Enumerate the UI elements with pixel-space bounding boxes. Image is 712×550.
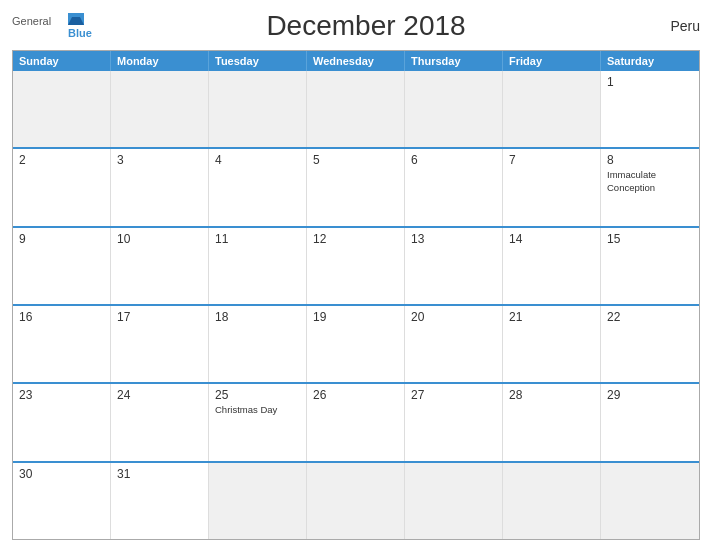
day-number: 3 — [117, 153, 202, 167]
event-label: Immaculate Conception — [607, 169, 693, 194]
calendar-cell: 29 — [601, 384, 699, 460]
weekday-header-tuesday: Tuesday — [209, 51, 307, 71]
day-number: 22 — [607, 310, 693, 324]
calendar-cell: 25Christmas Day — [209, 384, 307, 460]
day-number: 31 — [117, 467, 202, 481]
svg-text:General: General — [12, 15, 51, 27]
day-number: 9 — [19, 232, 104, 246]
calendar-cell — [503, 71, 601, 147]
calendar-cell — [503, 463, 601, 539]
calendar-cell — [405, 463, 503, 539]
calendar-cell: 1 — [601, 71, 699, 147]
weekday-header-saturday: Saturday — [601, 51, 699, 71]
calendar-cell: 28 — [503, 384, 601, 460]
calendar-cell: 23 — [13, 384, 111, 460]
day-number: 12 — [313, 232, 398, 246]
day-number: 19 — [313, 310, 398, 324]
day-number: 26 — [313, 388, 398, 402]
calendar-cell: 12 — [307, 228, 405, 304]
day-number: 5 — [313, 153, 398, 167]
calendar-cell — [307, 71, 405, 147]
day-number: 6 — [411, 153, 496, 167]
day-number: 2 — [19, 153, 104, 167]
calendar-cell: 3 — [111, 149, 209, 225]
day-number: 4 — [215, 153, 300, 167]
calendar-cell: 15 — [601, 228, 699, 304]
calendar-week-6: 3031 — [13, 461, 699, 539]
day-number: 15 — [607, 232, 693, 246]
day-number: 17 — [117, 310, 202, 324]
event-label: Christmas Day — [215, 404, 300, 416]
day-number: 10 — [117, 232, 202, 246]
country-label: Peru — [640, 18, 700, 34]
day-number: 8 — [607, 153, 693, 167]
calendar-cell — [209, 71, 307, 147]
day-number: 16 — [19, 310, 104, 324]
day-number: 11 — [215, 232, 300, 246]
month-title: December 2018 — [92, 10, 640, 42]
weekday-header-friday: Friday — [503, 51, 601, 71]
day-number: 27 — [411, 388, 496, 402]
weekday-header-monday: Monday — [111, 51, 209, 71]
calendar-cell: 31 — [111, 463, 209, 539]
calendar-page: General Blue December 2018 Peru SundayMo… — [0, 0, 712, 550]
calendar-cell: 26 — [307, 384, 405, 460]
day-number: 30 — [19, 467, 104, 481]
calendar-week-4: 16171819202122 — [13, 304, 699, 382]
calendar-cell: 6 — [405, 149, 503, 225]
calendar-cell: 8Immaculate Conception — [601, 149, 699, 225]
day-number: 14 — [509, 232, 594, 246]
calendar-cell: 2 — [13, 149, 111, 225]
calendar-cell: 7 — [503, 149, 601, 225]
calendar-cell: 27 — [405, 384, 503, 460]
day-number: 24 — [117, 388, 202, 402]
day-number: 21 — [509, 310, 594, 324]
calendar-cell: 18 — [209, 306, 307, 382]
calendar-cell: 24 — [111, 384, 209, 460]
calendar-cell — [111, 71, 209, 147]
weekday-header-sunday: Sunday — [13, 51, 111, 71]
calendar-cell — [13, 71, 111, 147]
calendar-week-5: 232425Christmas Day26272829 — [13, 382, 699, 460]
calendar-cell: 10 — [111, 228, 209, 304]
calendar-week-3: 9101112131415 — [13, 226, 699, 304]
calendar-cell: 9 — [13, 228, 111, 304]
calendar-cell: 4 — [209, 149, 307, 225]
calendar-cell: 17 — [111, 306, 209, 382]
calendar-cell: 30 — [13, 463, 111, 539]
calendar-cell: 19 — [307, 306, 405, 382]
day-number: 28 — [509, 388, 594, 402]
logo-svg: General Blue — [12, 11, 92, 41]
day-number: 13 — [411, 232, 496, 246]
calendar-cell: 11 — [209, 228, 307, 304]
calendar-cell: 14 — [503, 228, 601, 304]
svg-text:Blue: Blue — [68, 27, 92, 39]
calendar-cell — [209, 463, 307, 539]
weekday-header-wednesday: Wednesday — [307, 51, 405, 71]
calendar-header: General Blue December 2018 Peru — [12, 10, 700, 42]
day-number: 29 — [607, 388, 693, 402]
calendar-grid: SundayMondayTuesdayWednesdayThursdayFrid… — [12, 50, 700, 540]
calendar-cell — [601, 463, 699, 539]
day-number: 18 — [215, 310, 300, 324]
day-number: 20 — [411, 310, 496, 324]
calendar-cell: 22 — [601, 306, 699, 382]
calendar-cell: 13 — [405, 228, 503, 304]
calendar-body: 12345678Immaculate Conception91011121314… — [13, 71, 699, 539]
day-number: 25 — [215, 388, 300, 402]
day-number: 7 — [509, 153, 594, 167]
day-number: 23 — [19, 388, 104, 402]
logo: General Blue — [12, 11, 92, 41]
calendar-cell: 16 — [13, 306, 111, 382]
calendar-cell: 21 — [503, 306, 601, 382]
day-number: 1 — [607, 75, 693, 89]
calendar-cell — [307, 463, 405, 539]
calendar-cell — [405, 71, 503, 147]
calendar-cell: 20 — [405, 306, 503, 382]
calendar-week-2: 2345678Immaculate Conception — [13, 147, 699, 225]
calendar-weekday-header: SundayMondayTuesdayWednesdayThursdayFrid… — [13, 51, 699, 71]
calendar-week-1: 1 — [13, 71, 699, 147]
weekday-header-thursday: Thursday — [405, 51, 503, 71]
calendar-cell: 5 — [307, 149, 405, 225]
